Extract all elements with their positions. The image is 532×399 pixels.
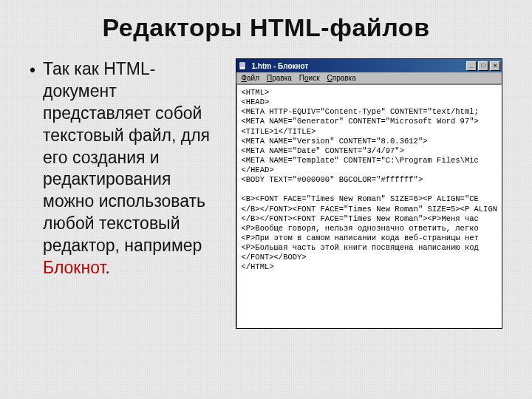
bullet-pre: Так как HTML-документ представляет собой…: [43, 59, 210, 255]
maximize-button[interactable]: □: [478, 61, 488, 71]
window-title: 1.htm - Блокнот: [251, 62, 466, 70]
page-title: Редакторы HTML-файлов: [30, 13, 502, 42]
menubar: Файл Правка Поиск Справка: [236, 72, 502, 84]
menu-file[interactable]: Файл: [241, 74, 259, 82]
editor-textarea[interactable]: <HTML> <HEAD> <META HTTP-EQUIV="Content-…: [236, 84, 502, 328]
bullet-dot: •: [30, 60, 35, 279]
svg-rect-0: [239, 62, 245, 69]
bullet-highlight: Блокнот: [43, 258, 105, 277]
menu-search[interactable]: Поиск: [299, 74, 320, 82]
minimize-button[interactable]: _: [466, 61, 477, 71]
menu-edit[interactable]: Правка: [267, 74, 292, 82]
notepad-icon: [238, 61, 248, 71]
notepad-window: 1.htm - Блокнот _ □ × Файл Правка Поиск …: [236, 58, 502, 329]
titlebar: 1.htm - Блокнот _ □ ×: [236, 59, 502, 72]
menu-help[interactable]: Справка: [327, 74, 356, 82]
bullet-text: Так как HTML-документ представляет собой…: [43, 58, 222, 279]
close-button[interactable]: ×: [490, 61, 500, 71]
bullet-post: .: [105, 258, 109, 277]
bullet-item: • Так как HTML-документ представляет соб…: [30, 58, 222, 279]
